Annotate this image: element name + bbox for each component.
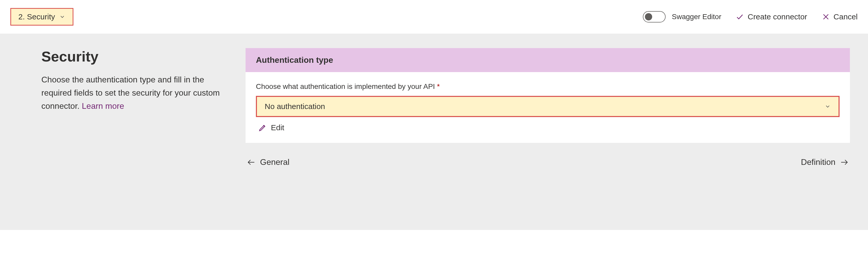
create-connector-label: Create connector [748, 12, 807, 21]
nav-next[interactable]: Definition [801, 157, 849, 167]
card-body: Choose what authentication is implemente… [246, 72, 850, 143]
arrow-left-icon [247, 158, 256, 167]
step-dropdown-label: 2. Security [18, 12, 55, 21]
left-column: Security Choose the authentication type … [18, 48, 225, 113]
cancel-button[interactable]: Cancel [822, 12, 858, 21]
top-bar-left: 2. Security [10, 8, 73, 26]
nav-prev[interactable]: General [247, 157, 289, 167]
swagger-toggle[interactable]: Swagger Editor [643, 11, 721, 23]
card-header: Authentication type [246, 48, 850, 72]
right-column: Authentication type Choose what authenti… [246, 48, 850, 167]
page-description-text: Choose the authentication type and fill … [41, 75, 220, 110]
nav-row: General Definition [246, 157, 850, 167]
auth-type-selected: No authentication [265, 102, 325, 111]
page-title: Security [41, 48, 225, 65]
edit-button[interactable]: Edit [258, 123, 284, 132]
chevron-down-icon [825, 103, 831, 109]
nav-next-label: Definition [801, 157, 835, 167]
top-bar-right: Swagger Editor Create connector Cancel [643, 11, 858, 23]
page-description: Choose the authentication type and fill … [41, 73, 225, 113]
pencil-icon [258, 124, 267, 132]
checkmark-icon [736, 13, 744, 21]
auth-field-label-text: Choose what authentication is implemente… [256, 83, 435, 90]
toggle-track [643, 11, 665, 23]
arrow-right-icon [840, 158, 849, 167]
create-connector-button[interactable]: Create connector [736, 12, 807, 21]
auth-field-label: Choose what authentication is implemente… [256, 83, 840, 91]
close-icon [822, 13, 830, 21]
step-dropdown[interactable]: 2. Security [10, 8, 73, 26]
learn-more-link[interactable]: Learn more [82, 101, 124, 110]
cancel-button-label: Cancel [834, 12, 858, 21]
main-grid: Security Choose the authentication type … [18, 48, 850, 167]
swagger-toggle-label: Swagger Editor [672, 13, 721, 21]
toggle-thumb [645, 13, 652, 21]
chevron-down-icon [59, 14, 65, 20]
top-bar: 2. Security Swagger Editor Create connec… [0, 0, 868, 34]
auth-type-dropdown[interactable]: No authentication [256, 96, 840, 117]
main-area: Security Choose the authentication type … [0, 34, 868, 230]
nav-prev-label: General [260, 157, 289, 167]
required-indicator: * [437, 83, 440, 90]
edit-button-label: Edit [271, 123, 284, 132]
